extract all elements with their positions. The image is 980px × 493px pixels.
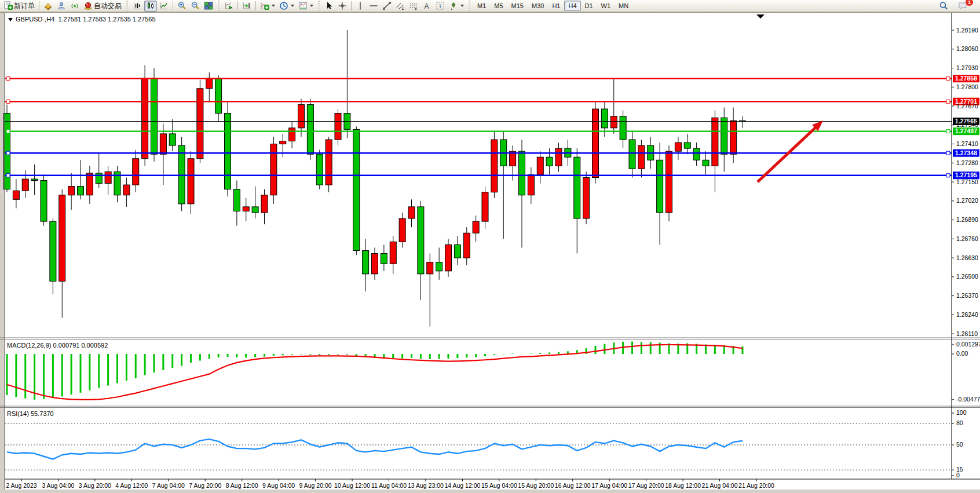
- timeframe-m30[interactable]: M30: [528, 1, 548, 11]
- svg-text:3 Aug 04:00: 3 Aug 04:00: [42, 482, 74, 489]
- svg-text:1.27800: 1.27800: [956, 83, 978, 90]
- timeframe-h1[interactable]: H1: [548, 1, 564, 11]
- symbol-ohlc: 1.27581 1.27583 1.27535 1.27565: [58, 16, 155, 23]
- svg-text:1.26630: 1.26630: [956, 254, 978, 261]
- bar-chart-icon: [133, 1, 142, 10]
- svg-text:1.28190: 1.28190: [956, 27, 978, 34]
- svg-text:10 Aug 12:00: 10 Aug 12:00: [334, 482, 370, 489]
- new-order-button[interactable]: 新订单: [2, 1, 36, 12]
- horizontal-line-button[interactable]: [367, 1, 380, 12]
- svg-text:17 Aug 04:00: 17 Aug 04:00: [591, 482, 627, 489]
- channel-icon: E: [396, 1, 405, 10]
- svg-text:17 Aug 20:00: 17 Aug 20:00: [628, 482, 664, 489]
- dropdown-caret-icon: [460, 5, 464, 7]
- svg-text:1.26110: 1.26110: [956, 330, 978, 337]
- profile-icon: [57, 1, 66, 10]
- vertical-line-icon: [356, 1, 365, 10]
- svg-text:A: A: [425, 2, 429, 10]
- svg-text:14 Aug 12:00: 14 Aug 12:00: [444, 482, 480, 489]
- svg-text:1.28060: 1.28060: [956, 45, 978, 52]
- timeframe-group: M1M5M15M30H1H4D1W1MN: [473, 1, 632, 11]
- notifications-button[interactable]: 1: [956, 1, 970, 12]
- svg-text:1.27858: 1.27858: [955, 75, 977, 82]
- macd-name: MACD(12,26,9): [7, 342, 51, 349]
- separator: [255, 1, 256, 10]
- new-order-label: 新订单: [14, 1, 35, 11]
- svg-text:1.27150: 1.27150: [956, 178, 978, 185]
- separator: [469, 1, 470, 11]
- candle-chart-button[interactable]: [144, 1, 157, 12]
- svg-text:15 Aug 04:00: 15 Aug 04:00: [481, 482, 517, 489]
- auto-trading-button[interactable]: 自动交易: [82, 1, 123, 12]
- crosshair-button[interactable]: [336, 1, 349, 12]
- zoom-in-button[interactable]: [175, 1, 188, 12]
- timeframe-h4[interactable]: H4: [564, 1, 580, 11]
- svg-text:1.27280: 1.27280: [956, 159, 978, 166]
- timeframe-w1[interactable]: W1: [597, 1, 615, 11]
- timeframe-m1[interactable]: M1: [473, 1, 490, 11]
- auto-trading-label: 自动交易: [94, 1, 122, 11]
- tile-windows-button[interactable]: [202, 1, 215, 12]
- trendline-button[interactable]: [381, 1, 393, 12]
- svg-text:E: E: [402, 7, 404, 10]
- signal-icon: [70, 1, 79, 10]
- svg-text:15 Aug 20:00: 15 Aug 20:00: [518, 482, 554, 489]
- arrows-icon: [449, 1, 458, 10]
- periods-button[interactable]: [277, 1, 296, 12]
- svg-text:1.26240: 1.26240: [956, 311, 978, 318]
- svg-text:1.26760: 1.26760: [956, 235, 978, 242]
- channel-button[interactable]: E: [394, 1, 407, 12]
- macd-pane-label: MACD(12,26,9) 0.000791 0.000592: [7, 342, 108, 349]
- svg-text:18 Aug 12:00: 18 Aug 12:00: [665, 482, 701, 489]
- history-center-icon: [43, 1, 53, 10]
- line-chart-button[interactable]: [158, 1, 170, 12]
- auto-scroll-icon: [224, 1, 233, 10]
- profile-button[interactable]: [55, 1, 68, 12]
- separator: [39, 1, 39, 10]
- separator: [237, 1, 238, 10]
- vertical-line-button[interactable]: [354, 1, 367, 12]
- svg-text:1.26890: 1.26890: [956, 216, 978, 223]
- auto-scroll-button[interactable]: [222, 1, 235, 12]
- svg-text:1.27195: 1.27195: [955, 171, 977, 178]
- svg-text:0: 0: [956, 472, 960, 479]
- search-button[interactable]: [937, 1, 950, 12]
- rsi-current-value: 55.7370: [31, 410, 54, 417]
- zoom-out-icon: [191, 1, 200, 10]
- chart-canvas[interactable]: 1.278581.277011.275651.274971.273481.271…: [0, 0, 980, 493]
- svg-text:1.27670: 1.27670: [956, 103, 978, 109]
- indicators-icon: [260, 1, 269, 10]
- line-chart-icon: [159, 1, 169, 10]
- rsi-pane-label: RSI(14) 55.7370: [7, 410, 54, 417]
- timeframe-m15[interactable]: M15: [507, 1, 528, 11]
- arrows-button[interactable]: [447, 1, 466, 12]
- svg-text:1.27497: 1.27497: [955, 127, 977, 134]
- dropdown-caret-icon: [291, 5, 294, 7]
- text-button[interactable]: A: [420, 1, 433, 12]
- auto-trading-icon: [83, 1, 93, 10]
- symbol-title: GBPUSD-,H4: [16, 16, 54, 23]
- symbol-dropdown-icon[interactable]: [8, 18, 13, 21]
- timeframe-d1[interactable]: D1: [581, 1, 597, 11]
- history-center-button[interactable]: [42, 1, 54, 12]
- zoom-out-button[interactable]: [189, 1, 202, 12]
- bar-chart-button[interactable]: [131, 1, 144, 12]
- svg-text:2 Aug 2023: 2 Aug 2023: [6, 482, 36, 489]
- indicators-button[interactable]: [258, 1, 277, 12]
- svg-text:80: 80: [956, 419, 963, 426]
- search-icon: [939, 1, 949, 11]
- svg-text:3 Aug 20:00: 3 Aug 20:00: [79, 482, 111, 489]
- notification-badge: 1: [965, 0, 974, 6]
- timeframe-m5[interactable]: M5: [490, 1, 507, 11]
- fibonacci-button[interactable]: F: [407, 1, 420, 12]
- templates-button[interactable]: [297, 1, 315, 12]
- svg-text:13 Aug 23:00: 13 Aug 23:00: [408, 482, 444, 489]
- text-label-button[interactable]: T: [434, 1, 447, 12]
- chart-shift-button[interactable]: [240, 1, 253, 12]
- signal-button[interactable]: [68, 1, 81, 12]
- timeframe-mn[interactable]: MN: [615, 1, 632, 11]
- toolbar: 新订单 自动交易: [0, 0, 980, 12]
- separator: [351, 1, 352, 10]
- cursor-button[interactable]: [323, 1, 335, 12]
- crosshair-icon: [338, 1, 347, 10]
